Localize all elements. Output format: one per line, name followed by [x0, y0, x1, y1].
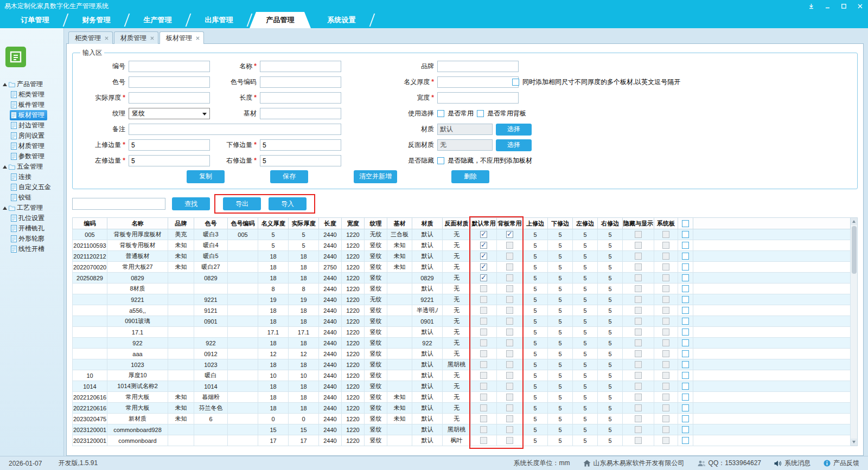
table-row[interactable]: 10141014测试名称21014181824401220竖纹默认无5555 — [73, 381, 851, 392]
search-input[interactable] — [72, 198, 165, 210]
col-nominal-thickness[interactable]: 名义厚度 — [258, 218, 289, 229]
backboard-common-checkbox[interactable] — [506, 372, 513, 379]
remark-input[interactable] — [129, 124, 341, 135]
row-select-checkbox[interactable] — [682, 426, 689, 433]
hide-show-checkbox[interactable] — [635, 242, 642, 249]
backboard-common-checkbox[interactable] — [506, 296, 513, 303]
col-brand[interactable]: 品牌 — [168, 218, 194, 229]
col-substrate[interactable]: 基材 — [387, 218, 412, 229]
row-select-checkbox[interactable] — [682, 263, 689, 271]
tab-close-icon[interactable] — [196, 34, 200, 42]
system-board-checkbox[interactable] — [662, 274, 669, 281]
table-row[interactable]: 17.117.117.124401220竖纹默认无5555 — [73, 327, 851, 338]
col-length[interactable]: 长度 — [319, 218, 342, 229]
row-select-checkbox[interactable] — [682, 372, 689, 379]
system-board-checkbox[interactable] — [662, 383, 669, 390]
backboard-common-checkbox[interactable] — [506, 339, 513, 346]
sidebar-item-board-mgmt[interactable]: 板材管理 — [0, 110, 63, 120]
col-name[interactable]: 名称 — [107, 218, 168, 229]
scrollbar-thumb[interactable] — [852, 226, 857, 274]
backboard-common-checkbox[interactable] — [506, 415, 513, 422]
row-select-checkbox[interactable] — [682, 394, 689, 401]
row-select-checkbox[interactable] — [682, 274, 689, 281]
menu-tab-system[interactable]: 系统设置 — [311, 12, 372, 28]
menu-tab-order[interactable]: 订单管理 — [4, 12, 66, 28]
system-board-checkbox[interactable] — [662, 415, 669, 422]
table-row[interactable]: a556,,9121181824401220竖纹半透明,/无5555 — [73, 305, 851, 316]
width-input[interactable] — [437, 92, 519, 104]
default-common-checkbox[interactable] — [480, 263, 487, 271]
vertical-scrollbar[interactable] — [851, 217, 858, 446]
grain-select[interactable]: 竖纹 — [129, 108, 210, 119]
row-select-checkbox[interactable] — [682, 296, 689, 303]
default-common-checkbox[interactable] — [480, 329, 487, 336]
length-input[interactable] — [260, 92, 341, 104]
export-button[interactable]: 导出 — [223, 197, 261, 210]
default-common-checkbox[interactable] — [480, 318, 487, 325]
table-row[interactable]: 10厚度10暖白101024401220竖纹默认无5555 — [73, 370, 851, 381]
system-board-checkbox[interactable] — [662, 361, 669, 368]
hide-show-checkbox[interactable] — [635, 350, 642, 357]
sidebar-item-material-mgmt[interactable]: 材质管理 — [0, 141, 63, 151]
import-button[interactable]: 导入 — [269, 197, 307, 210]
row-select-checkbox[interactable] — [682, 361, 689, 368]
table-row[interactable]: 2022120616常用大板未知暮烟粉181824401220竖纹未知默认无55… — [73, 392, 851, 403]
update-button[interactable] — [803, 0, 819, 12]
row-select-checkbox[interactable] — [682, 339, 689, 346]
col-row-select[interactable] — [678, 218, 693, 229]
col-code[interactable]: 编码 — [73, 218, 107, 229]
hide-show-checkbox[interactable] — [635, 394, 642, 401]
table-row[interactable]: 92219221191924401220无纹9221无5555 — [73, 294, 851, 305]
col-trim-right[interactable]: 右修边 — [598, 218, 623, 229]
system-board-checkbox[interactable] — [662, 339, 669, 346]
backboard-common-checkbox[interactable] — [506, 263, 513, 271]
backboard-common-checkbox[interactable] — [506, 329, 513, 336]
scroll-up-button[interactable] — [851, 218, 857, 225]
system-board-checkbox[interactable] — [662, 426, 669, 433]
table-row[interactable]: 2023120001commonboard928151524401220竖纹默认… — [73, 424, 851, 435]
sidebar-group-process-mgmt[interactable]: 工艺管理 — [0, 203, 63, 213]
system-board-checkbox[interactable] — [662, 296, 669, 303]
name-input[interactable] — [260, 61, 341, 72]
default-common-checkbox[interactable] — [480, 372, 487, 379]
row-select-checkbox[interactable] — [682, 318, 689, 325]
hide-show-checkbox[interactable] — [635, 437, 642, 444]
backboard-common-checkbox[interactable] — [506, 383, 513, 390]
col-trim-top[interactable]: 上修边 — [523, 218, 548, 229]
row-select-checkbox[interactable] — [682, 231, 689, 238]
common-use-checkbox[interactable] — [437, 110, 444, 117]
default-common-checkbox[interactable] — [480, 426, 487, 433]
hide-show-checkbox[interactable] — [635, 231, 642, 238]
col-actual-thickness[interactable]: 实际厚度 — [289, 218, 319, 229]
back-material-select-button[interactable]: 选择 — [496, 139, 532, 151]
minimize-button[interactable] — [819, 0, 835, 12]
col-color[interactable]: 色号 — [194, 218, 228, 229]
col-trim-left[interactable]: 左修边 — [573, 218, 598, 229]
hide-show-checkbox[interactable] — [635, 285, 642, 292]
trim-left-input[interactable] — [129, 155, 210, 166]
sidebar-item-cabinet-mgmt[interactable]: 柜类管理 — [0, 89, 63, 100]
system-board-checkbox[interactable] — [662, 253, 669, 260]
col-hide-show[interactable]: 隐藏与显示 — [623, 218, 654, 229]
col-width[interactable]: 宽度 — [342, 218, 365, 229]
hide-show-checkbox[interactable] — [635, 329, 642, 336]
sidebar-item-panel-mgmt[interactable]: 板件管理 — [0, 100, 63, 110]
row-select-checkbox[interactable] — [682, 415, 689, 422]
brand-input[interactable] — [437, 61, 519, 72]
menu-tab-product[interactable]: 产品管理 — [250, 12, 311, 28]
default-common-checkbox[interactable] — [480, 285, 487, 292]
tab-close-icon[interactable] — [105, 34, 108, 42]
system-board-checkbox[interactable] — [662, 307, 669, 314]
default-common-checkbox[interactable] — [480, 404, 487, 411]
hide-show-checkbox[interactable] — [635, 307, 642, 314]
backboard-common-checkbox[interactable] — [506, 231, 513, 238]
tab-close-icon[interactable] — [150, 34, 154, 42]
product-feedback-button[interactable]: 产品反馈 — [824, 459, 859, 468]
find-button[interactable]: 查找 — [172, 197, 210, 210]
backboard-common-checkbox[interactable] — [506, 274, 513, 281]
sidebar-group-product-mgmt[interactable]: 产品管理 — [0, 79, 63, 89]
hide-show-checkbox[interactable] — [635, 263, 642, 271]
material-select-button[interactable]: 选择 — [496, 124, 532, 136]
hide-show-checkbox[interactable] — [635, 426, 642, 433]
sidebar-item-connector[interactable]: 连接 — [0, 172, 63, 182]
